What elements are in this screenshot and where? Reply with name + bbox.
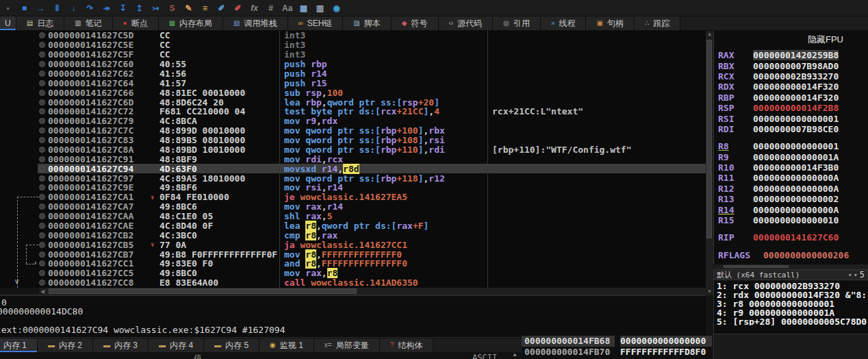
tab-dump5[interactable]: ▬内存 5 — [204, 338, 259, 352]
tab-dump4[interactable]: ▬内存 4 — [149, 338, 204, 352]
hide-fpu-button[interactable]: 隐藏FPU — [808, 34, 843, 46]
register-row[interactable]: RFLAGS0000000000000206 — [718, 250, 868, 260]
comment-brush-icon[interactable]: ✐ — [216, 1, 227, 16]
disasm-row[interactable]: 0000000141627CAE4C:8D40 0Flea r8,qword p… — [0, 221, 706, 231]
breakpoint-gutter[interactable] — [38, 108, 48, 114]
breakpoint-gutter[interactable] — [38, 232, 48, 238]
tab-cpu[interactable]: U — [0, 16, 16, 30]
breakpoint-gutter[interactable] — [38, 223, 48, 229]
register-value[interactable]: 0000000000000002 — [753, 194, 839, 204]
disasm-row[interactable]: 0000000141627CB24C:3BC0cmp r8,rax — [0, 230, 706, 240]
scrollbar-thumb[interactable] — [706, 40, 712, 238]
breakpoint-gutter[interactable] — [38, 280, 48, 286]
register-value[interactable]: 000000000000000A — [753, 184, 839, 194]
disasm-row[interactable]: 0000000141627C6241:56push r14 — [0, 69, 706, 79]
breakpoint-gutter[interactable] — [38, 194, 48, 200]
stack-panel[interactable]: 000000000014FB68000000000000000000000000… — [522, 336, 712, 359]
disasm-row[interactable]: 0000000141627C9E49:8BF6mov rsi,r14 — [0, 183, 706, 193]
breakpoint-dot-icon[interactable] — [39, 175, 45, 182]
tab-call-stack[interactable]: ▧调用堆栈 — [223, 16, 288, 30]
disasm-row[interactable]: 0000000141627C974C:89A5 18010000mov qwor… — [0, 173, 706, 183]
breakpoint-gutter[interactable] — [38, 118, 48, 124]
register-value[interactable]: 000000000000001A — [753, 152, 839, 162]
source-mode-icon[interactable]: S — [167, 1, 177, 16]
stack-row[interactable]: 000000000014FB70FFFFFFFFFFFFD8F0 — [522, 347, 712, 358]
breakpoint-gutter[interactable] — [38, 99, 48, 106]
disasm-row[interactable]: 0000000141627C5ECCint3 — [0, 40, 706, 50]
register-value[interactable]: 000000000000000A — [753, 205, 839, 215]
chevron-down-icon[interactable]: ▾ — [854, 272, 857, 278]
breakpoint-gutter[interactable] — [38, 242, 48, 248]
patches-icon[interactable]: ≡ — [200, 1, 210, 16]
disasm-row[interactable]: 0000000141627C6D48:8D6C24 20lea rbp,qwor… — [0, 97, 706, 107]
scrollbar-thumb[interactable] — [49, 288, 357, 294]
tab-references[interactable]: ◎引用 — [493, 16, 541, 30]
disasm-row[interactable]: 0000000141627C8348:89B5 08010000mov qwor… — [0, 136, 706, 145]
hash-icon[interactable]: # — [266, 1, 276, 16]
disasm-row[interactable]: 0000000141627C944D:63F0movsxd r14,r8d — [0, 164, 706, 173]
register-value[interactable]: 0000000141627C60 — [753, 232, 839, 243]
disasm-row[interactable]: 0000000141627CB5∨77 0Aja wowclassic.1416… — [0, 240, 706, 249]
run-to-cursor-icon[interactable]: ↠ — [101, 1, 112, 16]
disasm-row[interactable]: 0000000141627C6441:57push r15 — [0, 78, 706, 88]
register-row[interactable]: R9000000000000001A — [718, 152, 868, 162]
tab-locals[interactable]: x=局部变量 — [314, 338, 380, 352]
step-into-icon[interactable]: ↓ — [68, 1, 79, 16]
breakpoint-dot-icon[interactable] — [39, 260, 45, 267]
breakpoint-dot-icon[interactable] — [39, 242, 45, 248]
tab-log[interactable]: ▤日志 — [16, 16, 64, 30]
disasm-row[interactable]: 0000000141627C5DCCint3 — [0, 31, 706, 40]
memory-device-icon[interactable]: ▥ — [315, 1, 325, 16]
font-icon[interactable]: Aa — [282, 1, 292, 16]
breakpoint-dot-icon[interactable] — [39, 32, 45, 38]
breakpoint-gutter[interactable] — [38, 32, 48, 38]
call-argument-row[interactable]: 1: rcx 000000002B933270 — [717, 281, 868, 290]
disasm-row[interactable]: 0000000141627CA749:8BC6mov rax,r14 — [0, 202, 706, 212]
call-argument-row[interactable]: 3: r8 0000000000000001 — [717, 299, 868, 308]
breakpoint-gutter[interactable] — [38, 42, 48, 48]
disasm-row[interactable]: 0000000141627C6648:81EC 00010000sub rsp,… — [0, 88, 706, 97]
breakpoint-gutter[interactable] — [38, 51, 48, 58]
app-window-icon[interactable]: ▪ — [3, 1, 13, 16]
breakpoint-dot-icon[interactable] — [39, 42, 45, 48]
breakpoint-dot-icon[interactable] — [39, 194, 45, 200]
register-row[interactable]: RIP0000000141627C60 — [718, 232, 868, 243]
pause-icon[interactable]: Ⅱ — [52, 1, 62, 16]
breakpoint-gutter[interactable] — [38, 166, 48, 172]
register-value[interactable]: 0000000007B98AD0 — [753, 61, 839, 71]
breakpoint-dot-icon[interactable] — [39, 251, 45, 258]
tab-source[interactable]: ‹›源代码 — [439, 16, 494, 30]
tab-handles[interactable]: ▣句柄 — [586, 16, 634, 30]
breakpoint-dot-icon[interactable] — [39, 147, 45, 153]
scroll-down-arrow-icon[interactable]: ▼ — [706, 288, 713, 295]
breakpoint-gutter[interactable] — [38, 127, 48, 134]
step-over-icon[interactable]: ↷ — [85, 1, 95, 16]
disasm-vertical-scrollbar[interactable]: ▲ ▼ — [706, 31, 713, 295]
register-row[interactable]: RDI0000000007B98CE0 — [718, 124, 868, 134]
breakpoint-dot-icon[interactable] — [39, 137, 45, 143]
breakpoint-dot-icon[interactable] — [39, 90, 45, 96]
breakpoint-dot-icon[interactable] — [39, 166, 45, 172]
tab-watch1[interactable]: ◉监视 1 — [259, 338, 314, 352]
tab-struct[interactable]: ?结构体 — [380, 338, 434, 352]
disasm-row[interactable]: 0000000141627C6040:55push rbp — [0, 60, 706, 69]
register-row[interactable]: RCX000000002B933270 — [718, 71, 868, 82]
registers-horizontal-scrollbar[interactable] — [714, 264, 868, 269]
register-row[interactable]: RBP000000000014F320 — [718, 92, 868, 103]
register-row[interactable]: R12000000000000000A — [718, 184, 868, 194]
step-out-icon[interactable]: ↧ — [118, 1, 128, 16]
breakpoint-gutter[interactable] — [38, 90, 48, 96]
register-value[interactable]: 00000001420259B8 — [753, 50, 839, 60]
breakpoint-gutter[interactable] — [38, 137, 48, 143]
register-value[interactable]: 0000000000000206 — [763, 250, 849, 260]
disasm-row[interactable]: 0000000141627CA1∨0F84 FE010000je wowclas… — [0, 193, 706, 202]
help-globe-icon[interactable]: ◉ — [331, 1, 342, 16]
run-to-user-code-icon[interactable]: ↥ — [134, 1, 144, 16]
tab-symbols[interactable]: ◆符号 — [392, 16, 439, 30]
register-row[interactable]: R11000000000000000A — [718, 173, 868, 183]
register-value[interactable]: 0000000000000001 — [753, 114, 839, 124]
disasm-row[interactable]: 0000000141627CB749:B8 F0FFFFFFFFFFFF0Fmo… — [0, 249, 706, 259]
disasm-row[interactable]: 0000000141627CC149:83E0 F0and r8,FFFFFFF… — [0, 259, 706, 269]
breakpoint-dot-icon[interactable] — [39, 108, 45, 114]
breakpoint-gutter[interactable] — [38, 147, 48, 153]
